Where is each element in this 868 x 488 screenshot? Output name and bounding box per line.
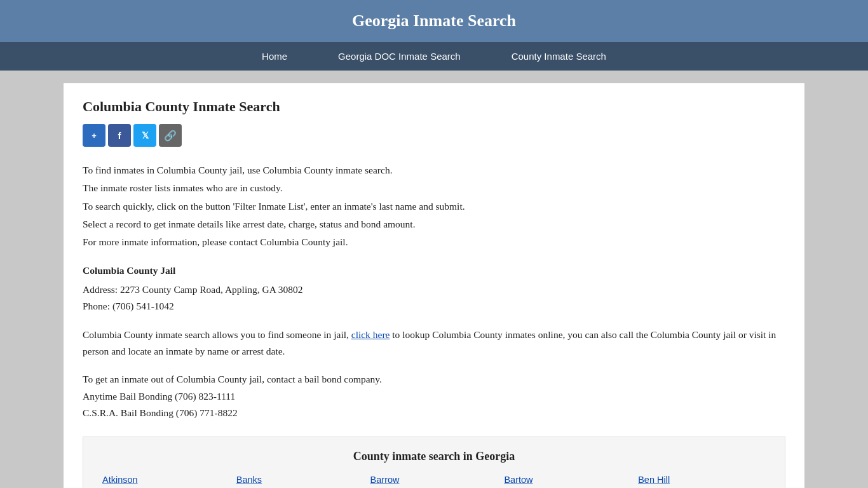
jail-phone: Phone: (706) 541-1042 <box>83 298 785 315</box>
county-grid: AtkinsonBanksBarrowBartowBen HillBerrien… <box>102 473 766 488</box>
jail-heading: Columbia County Jail <box>83 262 785 279</box>
nav-county-search[interactable]: County Inmate Search <box>486 42 632 71</box>
phone-label: Phone: <box>83 301 112 311</box>
site-header: Georgia Inmate Search <box>0 0 868 42</box>
county-section: County inmate search in Georgia Atkinson… <box>83 437 785 488</box>
desc-line-1: To find inmates in Columbia County jail,… <box>83 162 785 179</box>
twitter-button[interactable]: 𝕏 <box>133 124 156 147</box>
bail-intro: To get an inmate out of Columbia County … <box>83 371 785 388</box>
page-title: Columbia County Inmate Search <box>83 98 785 115</box>
desc-line-2: The inmate roster lists inmates who are … <box>83 180 785 196</box>
bail-company-2: C.S.R.A. Bail Bonding (706) 771-8822 <box>83 405 785 421</box>
jail-address: Address: 2273 County Camp Road, Appling,… <box>83 281 785 298</box>
site-title: Georgia Inmate Search <box>352 11 516 30</box>
content-box: Columbia County Inmate Search + f 𝕏 🔗 To… <box>64 83 804 488</box>
content-outer: Columbia County Inmate Search + f 𝕏 🔗 To… <box>0 71 868 488</box>
address-label: Address: <box>83 284 120 295</box>
bail-company-1: Anytime Bail Bonding (706) 823-1111 <box>83 388 785 405</box>
county-link[interactable]: Bartow <box>504 473 632 486</box>
jail-info-block: Columbia County Jail Address: 2273 Count… <box>83 262 785 315</box>
desc-line-5: For more inmate information, please cont… <box>83 234 785 250</box>
county-link[interactable]: Banks <box>236 473 364 486</box>
nav-doc-search[interactable]: Georgia DOC Inmate Search <box>313 42 486 71</box>
nav-home[interactable]: Home <box>236 42 313 71</box>
county-section-title: County inmate search in Georgia <box>102 450 766 463</box>
bail-block: To get an inmate out of Columbia County … <box>83 371 785 421</box>
desc-line-4: Select a record to get inmate details li… <box>83 216 785 233</box>
address-value: 2273 County Camp Road, Appling, GA 30802 <box>120 284 303 295</box>
lookup-block: Columbia County inmate search allows you… <box>83 327 785 360</box>
facebook-button[interactable]: f <box>108 124 131 147</box>
copy-link-button[interactable]: 🔗 <box>159 124 182 147</box>
county-link[interactable]: Ben Hill <box>638 473 766 486</box>
share-buttons: + f 𝕏 🔗 <box>83 124 785 147</box>
share-button[interactable]: + <box>83 124 105 147</box>
desc-line-3: To search quickly, click on the button '… <box>83 198 785 215</box>
phone-value: (706) 541-1042 <box>112 301 174 311</box>
county-link[interactable]: Atkinson <box>102 473 230 486</box>
lookup-text-before: Columbia County inmate search allows you… <box>83 329 351 340</box>
county-link[interactable]: Barrow <box>370 473 498 486</box>
click-here-link[interactable]: click here <box>351 329 390 340</box>
main-nav: Home Georgia DOC Inmate Search County In… <box>0 42 868 71</box>
description-block: To find inmates in Columbia County jail,… <box>83 162 785 251</box>
